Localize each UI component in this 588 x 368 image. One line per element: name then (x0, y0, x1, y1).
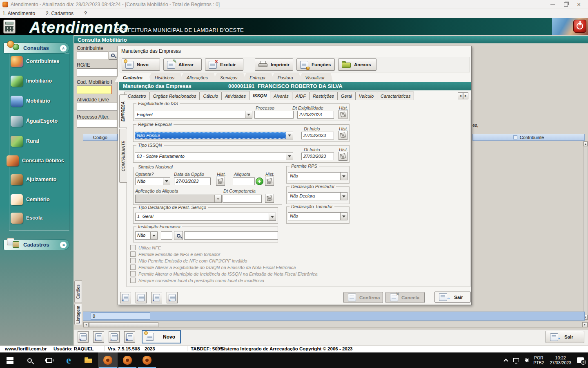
grid-previous-button[interactable]: ‹ (93, 331, 104, 343)
sidebar-item-ajuizamento[interactable]: Ajuizamento (11, 171, 72, 188)
menu-cadastros[interactable]: 2. Cadastros (46, 11, 74, 16)
contribuinte-search-button[interactable] (109, 51, 117, 60)
volume-icon[interactable] (525, 358, 528, 362)
collapse-chevron-icon[interactable]: « (60, 45, 67, 52)
dt-exigibilidade-input[interactable]: 27/03/2023 (297, 111, 334, 119)
tab-cadastro-inner[interactable]: Cadastro (124, 92, 150, 100)
exigibilidade-dropdown[interactable]: Exigível (135, 111, 252, 119)
instituicao-codigo-input[interactable] (161, 231, 172, 240)
aliquota-input[interactable] (233, 177, 255, 185)
sidebar-item-mobiliario[interactable]: Mobiliário (11, 93, 72, 109)
checkbox[interactable] (130, 271, 136, 276)
clock[interactable]: 10:22 27/03/2023 (550, 355, 571, 365)
grid-last-button[interactable]: » (124, 331, 135, 343)
tab-alvaras[interactable]: Alvarás (270, 92, 292, 100)
cancela-button[interactable]: ×Cancela (385, 292, 425, 303)
alterar-button[interactable]: ✎ Alterar (163, 58, 202, 71)
side-tab-cartoes[interactable]: Cartões (74, 280, 82, 303)
dt-competencia-input[interactable] (223, 195, 262, 203)
checkbox[interactable] (130, 258, 136, 263)
grid-header-codigo[interactable]: Codigo (83, 134, 118, 141)
app-window-3[interactable] (137, 352, 157, 368)
language-indicator[interactable]: POR PTB2 (533, 355, 544, 365)
dropdown-arrow-icon[interactable] (286, 153, 293, 160)
scroll-right-icon[interactable]: ► (582, 322, 588, 327)
contribuinte-input[interactable] (77, 52, 108, 59)
app-window-1-active[interactable] (98, 352, 118, 368)
tab-restricoes[interactable]: Restrições (309, 92, 338, 100)
aplicacao-dropdown[interactable] (135, 195, 222, 203)
dropdown-arrow-icon[interactable] (340, 193, 347, 200)
tab-visualizar[interactable]: Visualizar (297, 73, 333, 82)
tab-cadastro[interactable]: Cadastro (115, 73, 151, 82)
first-record-button[interactable]: « (120, 292, 131, 303)
power-icon[interactable] (573, 20, 586, 33)
tray-expand-icon[interactable] (504, 359, 508, 363)
previous-record-button[interactable]: ‹ (136, 292, 147, 303)
taskbar-search-button[interactable] (20, 352, 39, 368)
checkbox[interactable] (130, 251, 136, 257)
tab-entrega[interactable]: Entrega (241, 73, 274, 82)
tab-caracteristicas[interactable]: Características (377, 92, 414, 100)
novo-button[interactable]: Novo (122, 58, 160, 71)
funcoes-button[interactable]: Funções (296, 58, 335, 71)
vertical-tab-contribuinte[interactable]: CONTRIBUINTE (119, 129, 127, 183)
instituicao-search-button[interactable] (174, 231, 183, 240)
last-record-button[interactable]: » (167, 292, 178, 303)
sidebar-item-imobiliario[interactable]: Imobiliário (11, 73, 72, 89)
instituicao-nome-input[interactable] (184, 231, 278, 240)
tab-postura[interactable]: Postura (270, 73, 301, 82)
dropdown-arrow-icon[interactable] (163, 178, 170, 185)
rgie-input[interactable] (77, 68, 117, 76)
imprimir-button[interactable]: Imprimir (255, 58, 293, 71)
dropdown-arrow-icon[interactable] (150, 232, 157, 239)
dropdown-arrow-icon[interactable] (269, 213, 276, 220)
main-novo-button[interactable]: Novo (142, 330, 181, 343)
tipo-declaracao-dropdown[interactable]: 1- Geral (135, 213, 276, 221)
network-icon[interactable] (513, 358, 519, 362)
dropdown-arrow-icon[interactable] (286, 132, 293, 139)
hist-button-tipo[interactable] (339, 152, 347, 161)
optante-dropdown[interactable]: Não (135, 177, 170, 185)
start-button[interactable] (0, 352, 20, 368)
tab-calculo[interactable]: Cálculo (199, 92, 222, 100)
sidebar-group-consultas[interactable]: Consultas « (3, 43, 69, 54)
sidebar-group-cadastros[interactable]: Cadastros « (3, 239, 69, 250)
checkbox[interactable] (130, 265, 136, 270)
hist-button-exigibilidade[interactable] (339, 110, 347, 119)
notification-icon[interactable]: 1 (577, 357, 584, 363)
hist-button-competencia[interactable] (265, 194, 274, 203)
menu-atendimento[interactable]: 1. Atendimento (2, 11, 35, 16)
scrollbar-thumb[interactable] (89, 322, 158, 327)
dropdown-arrow-icon[interactable] (340, 173, 347, 180)
grid-header-contribuinte[interactable]: Contribuinte (472, 134, 585, 141)
file-explorer-button[interactable] (78, 352, 98, 368)
dialog-sair-button[interactable]: →Sair (434, 292, 471, 303)
hist-button-regime[interactable] (339, 131, 347, 140)
dropdown-arrow-icon[interactable] (340, 213, 347, 220)
hist-button-opcao[interactable] (216, 177, 225, 186)
tab-alteracoes[interactable]: Alterações (178, 73, 216, 82)
processo-alter-input[interactable] (77, 120, 117, 128)
excluir-button[interactable]: × Excluir (205, 58, 243, 71)
cod-mobiliario-input[interactable] (77, 85, 112, 94)
tab-issqn[interactable]: ISSQN (249, 91, 270, 100)
tab-scroll-left-icon[interactable]: ◄ (458, 92, 463, 99)
side-tab-listagem[interactable]: Listagem (74, 304, 82, 325)
sidebar-item-agua-esgoto[interactable]: Água/Esgoto (11, 113, 72, 129)
tab-aidf[interactable]: AIDF (292, 92, 310, 100)
checkbox[interactable] (130, 245, 136, 250)
permite-rps-dropdown[interactable]: Não (288, 172, 347, 180)
app-window-2[interactable] (118, 352, 137, 368)
tab-geral[interactable]: Geral (337, 92, 356, 100)
grid-next-button[interactable]: › (109, 331, 120, 343)
horizontal-scrollbar[interactable]: ◄ ► (83, 322, 588, 328)
dropdown-arrow-icon[interactable] (245, 111, 252, 118)
instituicao-dropdown[interactable]: Não (135, 231, 158, 240)
dt-inicio-tipo-input[interactable]: 27/03/2023 (301, 153, 334, 160)
tab-atividades[interactable]: Atividades (221, 92, 249, 100)
minimize-icon[interactable] (550, 4, 555, 4)
atividade-livre-input[interactable] (77, 103, 117, 111)
tab-veiculo[interactable]: Veículo (355, 92, 377, 100)
scroll-left-icon[interactable]: ◄ (83, 322, 89, 327)
